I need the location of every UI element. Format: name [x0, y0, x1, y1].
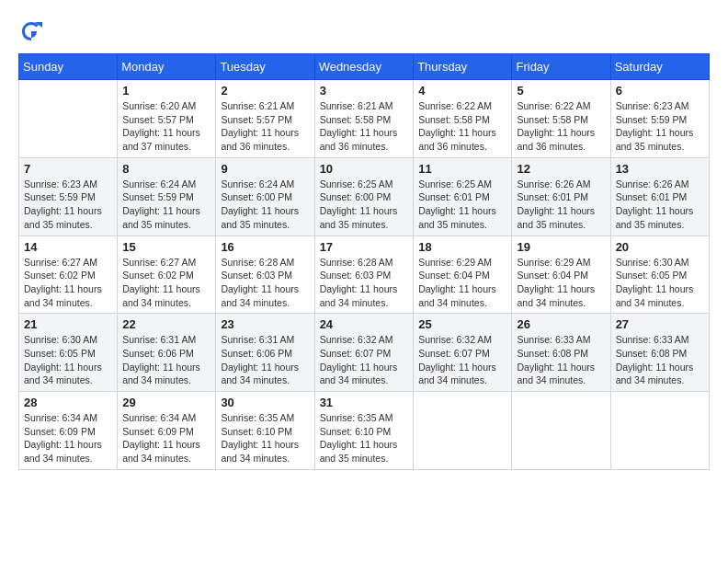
day-info: Sunrise: 6:25 AMSunset: 6:00 PMDaylight:… [320, 178, 409, 232]
day-number: 3 [320, 84, 409, 98]
day-info: Sunrise: 6:34 AMSunset: 6:09 PMDaylight:… [122, 411, 210, 465]
calendar-cell: 12Sunrise: 6:26 AMSunset: 6:01 PMDayligh… [512, 157, 610, 236]
day-info: Sunrise: 6:27 AMSunset: 6:02 PMDaylight:… [24, 256, 112, 310]
day-number: 15 [122, 240, 210, 254]
calendar-cell [414, 392, 512, 470]
day-info: Sunrise: 6:24 AMSunset: 5:59 PMDaylight:… [122, 178, 210, 232]
calendar-cell: 2Sunrise: 6:21 AMSunset: 5:57 PMDaylight… [216, 80, 314, 158]
weekday-header-wednesday: Wednesday [314, 54, 414, 80]
day-info: Sunrise: 6:22 AMSunset: 5:58 PMDaylight:… [517, 99, 605, 154]
calendar-cell: 19Sunrise: 6:29 AMSunset: 6:04 PMDayligh… [512, 236, 610, 314]
calendar-cell: 10Sunrise: 6:25 AMSunset: 6:00 PMDayligh… [314, 157, 414, 236]
calendar-cell: 30Sunrise: 6:35 AMSunset: 6:10 PMDayligh… [216, 392, 314, 470]
day-number: 18 [418, 240, 506, 254]
day-number: 24 [320, 317, 409, 331]
day-info: Sunrise: 6:35 AMSunset: 6:10 PMDaylight:… [221, 411, 309, 465]
day-number: 7 [24, 162, 112, 176]
calendar-cell: 1Sunrise: 6:20 AMSunset: 5:57 PMDaylight… [118, 80, 216, 158]
calendar-cell: 21Sunrise: 6:30 AMSunset: 6:05 PMDayligh… [19, 314, 118, 392]
day-info: Sunrise: 6:25 AMSunset: 6:01 PMDaylight:… [418, 178, 506, 232]
day-number: 1 [122, 84, 210, 98]
day-number: 9 [221, 162, 309, 176]
day-number: 16 [221, 240, 309, 254]
day-number: 31 [320, 396, 409, 409]
calendar-cell: 26Sunrise: 6:33 AMSunset: 6:08 PMDayligh… [512, 314, 610, 392]
day-number: 29 [122, 396, 210, 409]
calendar-cell: 9Sunrise: 6:24 AMSunset: 6:00 PMDaylight… [216, 157, 314, 236]
week-row-5: 28Sunrise: 6:34 AMSunset: 6:09 PMDayligh… [19, 392, 710, 470]
day-info: Sunrise: 6:32 AMSunset: 6:07 PMDaylight:… [418, 333, 506, 387]
day-number: 2 [221, 84, 309, 98]
day-number: 13 [616, 162, 704, 176]
day-number: 30 [221, 396, 309, 409]
weekday-header-row: SundayMondayTuesdayWednesdayThursdayFrid… [19, 54, 710, 80]
day-number: 22 [122, 317, 210, 331]
day-number: 11 [418, 162, 506, 176]
day-info: Sunrise: 6:27 AMSunset: 6:02 PMDaylight:… [122, 256, 210, 310]
calendar-cell: 3Sunrise: 6:21 AMSunset: 5:58 PMDaylight… [314, 80, 414, 158]
weekday-header-saturday: Saturday [610, 54, 709, 80]
calendar-cell: 17Sunrise: 6:28 AMSunset: 6:03 PMDayligh… [314, 236, 414, 314]
day-info: Sunrise: 6:21 AMSunset: 5:57 PMDaylight:… [221, 99, 309, 154]
day-info: Sunrise: 6:21 AMSunset: 5:58 PMDaylight:… [320, 99, 409, 154]
day-info: Sunrise: 6:26 AMSunset: 6:01 PMDaylight:… [517, 178, 605, 232]
calendar-cell [512, 392, 610, 470]
day-number: 8 [122, 162, 210, 176]
day-info: Sunrise: 6:29 AMSunset: 6:04 PMDaylight:… [418, 256, 506, 310]
week-row-3: 14Sunrise: 6:27 AMSunset: 6:02 PMDayligh… [19, 236, 710, 314]
calendar-cell: 5Sunrise: 6:22 AMSunset: 5:58 PMDaylight… [512, 80, 610, 158]
week-row-4: 21Sunrise: 6:30 AMSunset: 6:05 PMDayligh… [19, 314, 710, 392]
weekday-header-thursday: Thursday [414, 54, 512, 80]
day-info: Sunrise: 6:30 AMSunset: 6:05 PMDaylight:… [616, 256, 704, 310]
day-info: Sunrise: 6:33 AMSunset: 6:08 PMDaylight:… [616, 333, 704, 387]
day-info: Sunrise: 6:20 AMSunset: 5:57 PMDaylight:… [122, 99, 210, 154]
day-info: Sunrise: 6:28 AMSunset: 6:03 PMDaylight:… [320, 256, 409, 310]
day-number: 17 [320, 240, 409, 254]
day-info: Sunrise: 6:30 AMSunset: 6:05 PMDaylight:… [24, 333, 112, 387]
day-info: Sunrise: 6:23 AMSunset: 5:59 PMDaylight:… [616, 99, 704, 154]
calendar-cell [19, 80, 118, 158]
day-number: 25 [418, 317, 506, 331]
weekday-header-tuesday: Tuesday [216, 54, 314, 80]
calendar-cell: 27Sunrise: 6:33 AMSunset: 6:08 PMDayligh… [610, 314, 709, 392]
calendar-cell: 29Sunrise: 6:34 AMSunset: 6:09 PMDayligh… [118, 392, 216, 470]
logo [18, 18, 46, 44]
calendar-cell: 4Sunrise: 6:22 AMSunset: 5:58 PMDaylight… [414, 80, 512, 158]
day-info: Sunrise: 6:24 AMSunset: 6:00 PMDaylight:… [221, 178, 309, 232]
day-info: Sunrise: 6:31 AMSunset: 6:06 PMDaylight:… [122, 333, 210, 387]
day-number: 6 [616, 84, 704, 98]
week-row-2: 7Sunrise: 6:23 AMSunset: 5:59 PMDaylight… [19, 157, 710, 236]
calendar-cell: 23Sunrise: 6:31 AMSunset: 6:06 PMDayligh… [216, 314, 314, 392]
day-info: Sunrise: 6:34 AMSunset: 6:09 PMDaylight:… [24, 411, 112, 465]
calendar-cell: 7Sunrise: 6:23 AMSunset: 5:59 PMDaylight… [19, 157, 118, 236]
day-number: 20 [616, 240, 704, 254]
calendar-table: SundayMondayTuesdayWednesdayThursdayFrid… [18, 53, 710, 470]
calendar-cell: 28Sunrise: 6:34 AMSunset: 6:09 PMDayligh… [19, 392, 118, 470]
calendar-cell: 6Sunrise: 6:23 AMSunset: 5:59 PMDaylight… [610, 80, 709, 158]
general-blue-logo-icon [18, 18, 44, 44]
day-number: 5 [517, 84, 605, 98]
day-number: 21 [24, 317, 112, 331]
day-info: Sunrise: 6:26 AMSunset: 6:01 PMDaylight:… [616, 178, 704, 232]
calendar-cell: 13Sunrise: 6:26 AMSunset: 6:01 PMDayligh… [610, 157, 709, 236]
day-number: 4 [418, 84, 506, 98]
calendar-cell: 15Sunrise: 6:27 AMSunset: 6:02 PMDayligh… [118, 236, 216, 314]
calendar-cell: 8Sunrise: 6:24 AMSunset: 5:59 PMDaylight… [118, 157, 216, 236]
page-header [18, 18, 710, 44]
day-info: Sunrise: 6:29 AMSunset: 6:04 PMDaylight:… [517, 256, 605, 310]
weekday-header-sunday: Sunday [19, 54, 118, 80]
calendar-cell: 11Sunrise: 6:25 AMSunset: 6:01 PMDayligh… [414, 157, 512, 236]
calendar-cell: 18Sunrise: 6:29 AMSunset: 6:04 PMDayligh… [414, 236, 512, 314]
calendar-cell [610, 392, 709, 470]
calendar-cell: 22Sunrise: 6:31 AMSunset: 6:06 PMDayligh… [118, 314, 216, 392]
calendar-cell: 14Sunrise: 6:27 AMSunset: 6:02 PMDayligh… [19, 236, 118, 314]
calendar-cell: 20Sunrise: 6:30 AMSunset: 6:05 PMDayligh… [610, 236, 709, 314]
day-info: Sunrise: 6:35 AMSunset: 6:10 PMDaylight:… [320, 411, 409, 465]
day-info: Sunrise: 6:22 AMSunset: 5:58 PMDaylight:… [418, 99, 506, 154]
day-info: Sunrise: 6:31 AMSunset: 6:06 PMDaylight:… [221, 333, 309, 387]
week-row-1: 1Sunrise: 6:20 AMSunset: 5:57 PMDaylight… [19, 80, 710, 158]
weekday-header-friday: Friday [512, 54, 610, 80]
calendar-cell: 16Sunrise: 6:28 AMSunset: 6:03 PMDayligh… [216, 236, 314, 314]
day-info: Sunrise: 6:28 AMSunset: 6:03 PMDaylight:… [221, 256, 309, 310]
day-info: Sunrise: 6:23 AMSunset: 5:59 PMDaylight:… [24, 178, 112, 232]
